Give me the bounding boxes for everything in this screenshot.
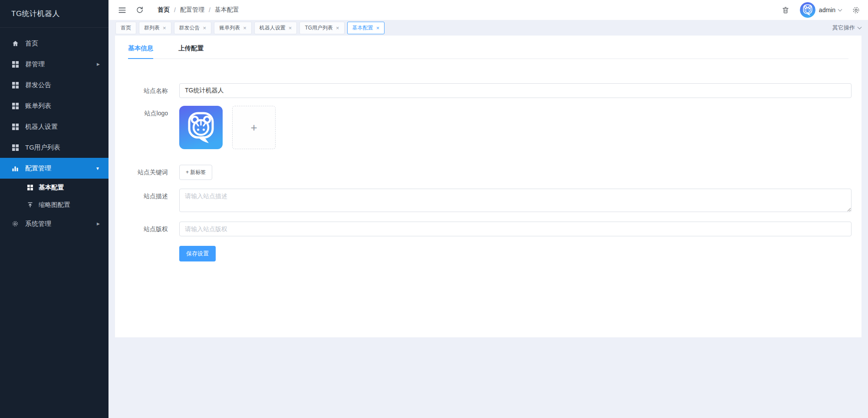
chevron-down-icon — [858, 25, 862, 29]
site-name-label: 站点名称 — [115, 83, 168, 98]
sidebar-item-group-announce[interactable]: 群发公告 — [0, 75, 108, 95]
refresh-icon[interactable] — [136, 6, 144, 14]
chevron-right-icon: ▶ — [97, 62, 100, 66]
gear-icon[interactable] — [852, 6, 860, 14]
sidebar-subitem-thumbnail-config[interactable]: 缩略图配置 — [0, 196, 108, 213]
breadcrumb-separator: / — [174, 7, 176, 13]
sidebar-item-label: 基本配置 — [39, 183, 64, 192]
form-row-site-logo: 站点logo — [115, 106, 861, 149]
grid-icon — [11, 82, 19, 88]
site-logo-label: 站点logo — [115, 106, 168, 121]
close-icon[interactable]: × — [203, 25, 207, 31]
more-operations-label: 其它操作 — [832, 24, 855, 32]
sidebar-item-system-manage[interactable]: 系统管理 ▶ — [0, 213, 108, 234]
chevron-right-icon: ▶ — [97, 222, 100, 226]
form-row-site-copyright: 站点版权 — [115, 222, 861, 236]
site-description-textarea[interactable] — [179, 189, 852, 212]
tab-basic-info[interactable]: 基本信息 — [128, 44, 153, 59]
breadcrumb-basic-config[interactable]: 基本配置 — [215, 6, 239, 14]
tab-tg-users[interactable]: TG用户列表 × — [299, 22, 344, 34]
close-icon[interactable]: × — [376, 25, 380, 31]
site-copyright-label: 站点版权 — [115, 222, 168, 236]
bar-chart-icon — [11, 165, 19, 172]
close-icon[interactable]: × — [336, 25, 339, 31]
site-logo-image[interactable] — [179, 106, 223, 149]
topbar-right: admin — [782, 2, 860, 18]
tab-label: TG用户列表 — [305, 24, 333, 32]
sidebar-item-robot-settings[interactable]: 机器人设置 — [0, 116, 108, 137]
sidebar-item-label: 群管理 — [25, 60, 45, 69]
form-row-save: 保存设置 — [115, 246, 861, 261]
tab-label: 账单列表 — [219, 24, 240, 32]
sidebar-menu: 首页 群管理 ▶ 群发公告 账单列表 机器人设置 — [0, 28, 108, 234]
grid-icon — [11, 144, 19, 151]
sidebar: TG统计机器人 首页 群管理 ▶ 群发公告 账单列表 — [0, 0, 108, 418]
tab-group-list[interactable]: 群列表 × — [139, 22, 171, 34]
tab-bar: 首页 群列表 × 群发公告 × 账单列表 × 机器人设置 × TG用户列表 × … — [108, 20, 868, 36]
breadcrumb: 首页 / 配置管理 / 基本配置 — [158, 6, 239, 14]
content-card: 基本信息 上传配置 站点名称 站点logo — [115, 36, 861, 337]
topbar: 首页 / 配置管理 / 基本配置 — [108, 0, 868, 20]
tab-label: 机器人设置 — [260, 24, 286, 32]
close-icon[interactable]: × — [243, 25, 247, 31]
grid-icon — [11, 61, 19, 68]
app-title: TG统计机器人 — [0, 0, 108, 28]
site-copyright-input[interactable] — [179, 222, 852, 236]
grid-icon — [11, 124, 19, 130]
tab-label: 首页 — [121, 24, 131, 32]
close-icon[interactable]: × — [289, 25, 292, 31]
chevron-down-icon — [838, 7, 842, 12]
upload-icon — [27, 202, 33, 208]
close-icon[interactable]: × — [163, 25, 166, 31]
sidebar-item-label: 机器人设置 — [25, 123, 58, 131]
sidebar-item-config-manage[interactable]: 配置管理 ▼ — [0, 158, 108, 179]
plus-icon: + — [250, 121, 257, 134]
save-settings-button[interactable]: 保存设置 — [179, 246, 216, 261]
form-row-site-name: 站点名称 — [115, 83, 861, 98]
breadcrumb-config-manage[interactable]: 配置管理 — [180, 6, 204, 14]
sidebar-item-home[interactable]: 首页 — [0, 33, 108, 54]
form-row-site-description: 站点描述 — [115, 189, 861, 214]
form-row-site-keywords: 站点关键词 + 新标签 — [115, 165, 861, 180]
basic-config-form: 站点名称 站点logo — [115, 59, 861, 261]
sidebar-item-label: 群发公告 — [25, 81, 51, 89]
sidebar-item-label: 系统管理 — [25, 220, 51, 228]
sidebar-item-label: 配置管理 — [25, 164, 51, 173]
trash-icon[interactable] — [782, 6, 789, 14]
more-operations-dropdown[interactable]: 其它操作 — [832, 24, 861, 32]
breadcrumb-separator: / — [209, 7, 210, 13]
content-tabs: 基本信息 上传配置 — [128, 36, 848, 59]
gear-icon — [11, 220, 19, 227]
sidebar-item-label: 首页 — [25, 39, 38, 48]
tab-bill-list[interactable]: 账单列表 × — [214, 22, 252, 34]
grid-icon — [11, 103, 19, 109]
home-icon — [11, 40, 19, 47]
add-tag-button[interactable]: + 新标签 — [179, 165, 212, 180]
site-keywords-label: 站点关键词 — [115, 165, 168, 180]
workspace: 基本信息 上传配置 站点名称 站点logo — [108, 36, 868, 418]
tab-home[interactable]: 首页 — [115, 22, 136, 34]
chevron-down-icon: ▼ — [95, 166, 100, 171]
sidebar-item-bill-list[interactable]: 账单列表 — [0, 95, 108, 116]
sidebar-subitem-basic-config[interactable]: 基本配置 — [0, 179, 108, 196]
sidebar-item-label: 缩略图配置 — [39, 201, 70, 209]
logo-upload-button[interactable]: + — [232, 106, 276, 149]
sidebar-item-label: TG用户列表 — [25, 144, 60, 152]
hamburger-menu-icon[interactable] — [118, 6, 126, 14]
tab-group-announce[interactable]: 群发公告 × — [174, 22, 212, 34]
site-name-input[interactable] — [179, 83, 852, 98]
username: admin — [819, 7, 835, 13]
sidebar-item-label: 账单列表 — [25, 102, 51, 110]
grid-icon — [27, 185, 33, 190]
sidebar-item-tg-users[interactable]: TG用户列表 — [0, 137, 108, 158]
avatar — [800, 2, 815, 18]
breadcrumb-home[interactable]: 首页 — [158, 6, 170, 14]
tab-label: 基本配置 — [352, 24, 373, 32]
tab-robot-settings[interactable]: 机器人设置 × — [254, 22, 297, 34]
main-area: 首页 / 配置管理 / 基本配置 — [108, 0, 868, 418]
tab-basic-config[interactable]: 基本配置 × — [347, 22, 385, 34]
tab-upload-config[interactable]: 上传配置 — [178, 44, 204, 59]
tab-label: 群列表 — [144, 24, 160, 32]
sidebar-item-group-manage[interactable]: 群管理 ▶ — [0, 54, 108, 75]
user-menu[interactable]: admin — [800, 2, 842, 18]
